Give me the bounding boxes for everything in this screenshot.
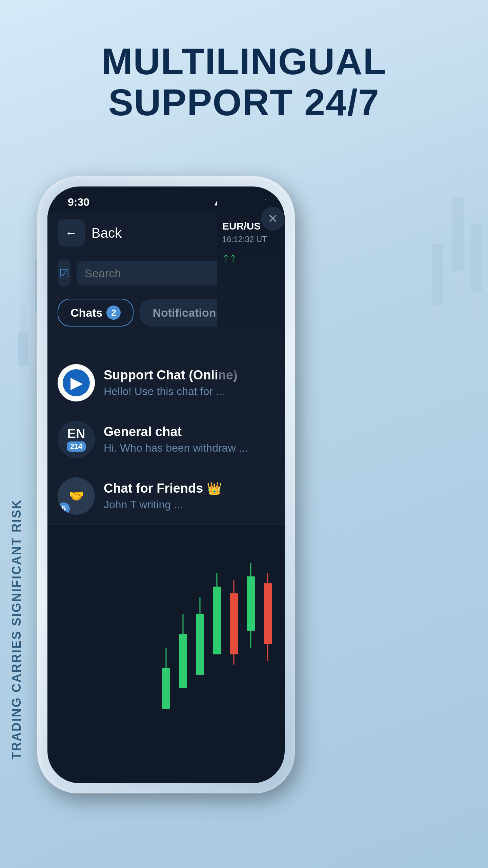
chat-item-friends[interactable]: 🤝 5 Chat for Friends 👑 John T writing ..… — [47, 468, 285, 525]
chat-preview-general: Hi. Who has been withdraw ... — [104, 442, 274, 454]
tab-chats-badge: 2 — [106, 305, 121, 320]
support-avatar-icon: ▶ — [63, 369, 90, 396]
chat-item-general[interactable]: EN 214 General chat Hi. Who has been wit… — [47, 411, 285, 468]
close-button[interactable]: ✕ — [261, 207, 285, 231]
chat-avatar-friends: 🤝 5 — [58, 477, 95, 515]
svg-rect-15 — [162, 668, 170, 709]
chat-title-friends: Chat for Friends 👑 — [104, 481, 274, 496]
svg-rect-17 — [179, 634, 187, 688]
checkbox-icon: ☑ — [59, 267, 69, 280]
headline-line2: SUPPORT 24/7 — [0, 82, 488, 123]
support-logo: ▶ — [70, 374, 82, 392]
tab-chats[interactable]: Chats 2 — [58, 299, 134, 327]
candlestick-chart — [149, 546, 285, 783]
svg-rect-27 — [264, 583, 272, 644]
svg-rect-9 — [452, 197, 464, 271]
phone-mockup: 9:30 ▲ ◀ ▮ 98% ✕ ← Ba — [37, 176, 329, 807]
chat-title-general: General chat — [104, 425, 274, 439]
candlestick-svg — [149, 546, 285, 783]
svg-text:🤝: 🤝 — [69, 489, 84, 503]
headline: MULTILINGUAL SUPPORT 24/7 — [0, 41, 488, 123]
tab-notifications-label: Notifications — [152, 306, 222, 319]
svg-rect-21 — [213, 587, 221, 654]
chat-preview-friends: John T writing ... — [104, 498, 274, 511]
side-text: TRADING CARRIES SIGNIFICANT RISK — [9, 499, 24, 760]
back-label: Back — [92, 225, 122, 241]
close-icon: ✕ — [268, 212, 278, 226]
chat-avatar-support: ▶ — [58, 364, 95, 401]
chat-info-general: General chat Hi. Who has been withdraw .… — [104, 425, 274, 454]
svg-rect-11 — [471, 224, 482, 292]
arrows-up-icon: ↑↑ — [217, 250, 285, 266]
friends-badge: 5 — [58, 502, 70, 515]
tab-chats-label: Chats — [70, 306, 102, 319]
phone-shell: 9:30 ▲ ◀ ▮ 98% ✕ ← Ba — [37, 176, 295, 793]
crown-icon: 👑 — [207, 481, 222, 495]
svg-rect-23 — [230, 593, 238, 654]
headline-line1: MULTILINGUAL — [0, 41, 488, 82]
checkbox-button[interactable]: ☑ — [58, 260, 70, 287]
search-input[interactable] — [85, 267, 229, 280]
chat-avatar-general: EN 214 — [58, 421, 95, 458]
trading-time-label: 16:12:32 UT — [217, 235, 285, 250]
chat-info-friends: Chat for Friends 👑 John T writing ... — [104, 481, 274, 511]
svg-rect-7 — [432, 244, 443, 305]
back-arrow-icon: ← — [65, 226, 77, 240]
back-button[interactable]: ← — [58, 219, 85, 246]
svg-rect-1 — [18, 332, 28, 366]
friends-name: Chat for Friends — [104, 481, 203, 495]
status-time: 9:30 — [68, 196, 89, 209]
svg-rect-25 — [247, 576, 255, 631]
avatar-en-badge: 214 — [67, 441, 86, 452]
phone-screen: 9:30 ▲ ◀ ▮ 98% ✕ ← Ba — [47, 186, 285, 783]
svg-rect-19 — [196, 614, 204, 675]
avatar-en-text: EN — [67, 427, 85, 440]
